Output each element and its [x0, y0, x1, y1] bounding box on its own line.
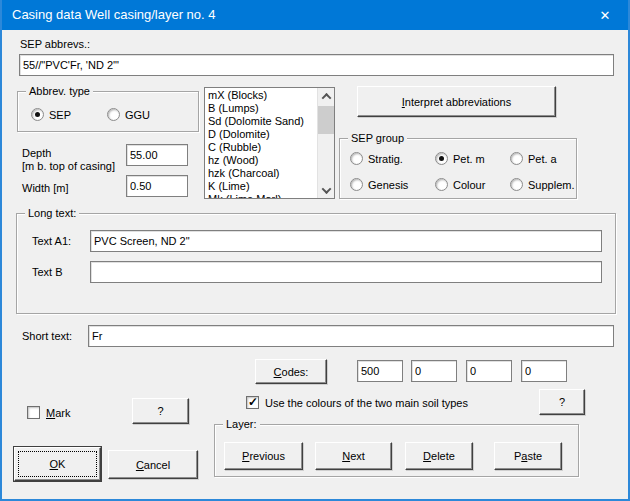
- help-button-left[interactable]: ?: [132, 398, 189, 424]
- mark-label[interactable]: Mark: [46, 407, 70, 420]
- radio-genesis-label[interactable]: Genesis: [368, 179, 408, 192]
- radio-pet-m[interactable]: [435, 152, 448, 165]
- radio-ggu-label[interactable]: GGU: [125, 109, 150, 122]
- abbreviation-listbox[interactable]: mX (Blocks) B (Lumps) Sd (Dolomite Sand)…: [204, 87, 335, 199]
- list-item[interactable]: D (Dolomite): [205, 128, 317, 141]
- radio-genesis[interactable]: [350, 178, 363, 191]
- radio-ggu[interactable]: [107, 108, 120, 121]
- use-colours-label[interactable]: Use the colours of the two main soil typ…: [265, 397, 468, 410]
- radio-supplem-label[interactable]: Supplem.: [528, 179, 574, 192]
- depth-label: Depth: [22, 147, 51, 160]
- depth-sublabel: [m b. top of casing]: [22, 160, 115, 173]
- sep-group-legend: SEP group: [348, 132, 407, 145]
- code-input-3[interactable]: [466, 360, 512, 382]
- text-a1-input[interactable]: [90, 230, 602, 252]
- paste-button[interactable]: Paste: [494, 442, 562, 470]
- scrollbar-thumb[interactable]: [318, 106, 334, 134]
- ok-button[interactable]: OK: [14, 447, 101, 481]
- code-input-1[interactable]: [357, 360, 403, 382]
- list-item[interactable]: hzk (Charcoal): [205, 167, 317, 180]
- abbrev-type-legend: Abbrev. type: [26, 85, 93, 98]
- previous-button[interactable]: Previous: [224, 442, 303, 470]
- delete-button[interactable]: Delete: [405, 442, 473, 470]
- radio-colour[interactable]: [435, 178, 448, 191]
- mark-checkbox[interactable]: [27, 406, 40, 419]
- radio-pet-a-label[interactable]: Pet. a: [528, 153, 557, 166]
- use-colours-checkbox[interactable]: [246, 396, 259, 409]
- sep-abbrevs-label: SEP abbrevs.:: [20, 38, 90, 51]
- radio-supplem[interactable]: [510, 178, 523, 191]
- list-item[interactable]: mX (Blocks): [205, 89, 317, 102]
- text-b-input[interactable]: [90, 261, 602, 283]
- list-item[interactable]: Mk (Lime Marl): [205, 193, 317, 199]
- help-button-right[interactable]: ?: [539, 389, 585, 415]
- short-text-input[interactable]: [88, 325, 614, 347]
- list-item[interactable]: hz (Wood): [205, 154, 317, 167]
- text-b-label: Text B: [32, 266, 63, 279]
- code-input-4[interactable]: [521, 360, 567, 382]
- radio-sep-label[interactable]: SEP: [49, 109, 71, 122]
- scroll-up-icon[interactable]: [318, 88, 334, 104]
- code-input-2[interactable]: [411, 360, 457, 382]
- title-bar[interactable]: Casing data Well casing/layer no. 4 ✕: [2, 0, 628, 30]
- list-item[interactable]: B (Lumps): [205, 102, 317, 115]
- radio-stratig[interactable]: [350, 152, 363, 165]
- cancel-button[interactable]: Cancel: [108, 450, 198, 479]
- dialog-casing-data: Casing data Well casing/layer no. 4 ✕ SE…: [0, 0, 630, 501]
- radio-pet-m-label[interactable]: Pet. m: [453, 153, 485, 166]
- list-item[interactable]: K (Lime): [205, 180, 317, 193]
- short-text-label: Short text:: [22, 330, 72, 343]
- width-label: Width [m]: [22, 182, 68, 195]
- window-title: Casing data Well casing/layer no. 4: [12, 0, 216, 30]
- text-a1-label: Text A1:: [32, 235, 71, 248]
- sep-abbrevs-input[interactable]: [19, 54, 614, 76]
- width-input[interactable]: [126, 175, 188, 197]
- next-button[interactable]: Next: [315, 442, 392, 470]
- radio-sep[interactable]: [31, 108, 44, 121]
- radio-stratig-label[interactable]: Stratig.: [368, 153, 403, 166]
- list-item[interactable]: C (Rubble): [205, 141, 317, 154]
- layer-legend: Layer:: [223, 418, 260, 431]
- radio-colour-label[interactable]: Colour: [453, 179, 485, 192]
- scroll-down-icon[interactable]: [318, 182, 334, 198]
- long-text-legend: Long text:: [25, 207, 79, 220]
- list-item[interactable]: Sd (Dolomite Sand): [205, 115, 317, 128]
- listbox-scrollbar[interactable]: [317, 88, 334, 198]
- close-icon[interactable]: ✕: [582, 0, 628, 30]
- interpret-abbreviations-button[interactable]: Interpret abbreviations: [357, 86, 556, 117]
- depth-input[interactable]: [126, 144, 188, 166]
- radio-pet-a[interactable]: [510, 152, 523, 165]
- codes-button[interactable]: Codes:: [255, 359, 327, 384]
